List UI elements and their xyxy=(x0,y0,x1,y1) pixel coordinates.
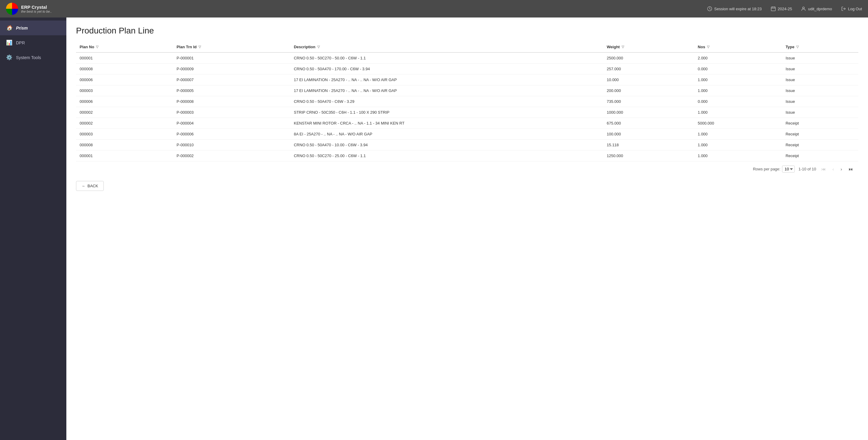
table-row: 000003 P-000006 8A EI - 25A270 - .. NA -… xyxy=(76,129,858,139)
rows-per-page-select[interactable]: 10 25 50 xyxy=(782,165,795,172)
filter-nos-icon[interactable]: ▽ xyxy=(707,45,709,49)
table-row: 000006 P-000008 CRNO 0.50 - 50A470 - C6W… xyxy=(76,96,858,107)
cell-type: Issue xyxy=(782,85,858,96)
cell-plan-no: 000003 xyxy=(76,129,173,139)
clock-icon xyxy=(707,6,712,11)
cell-plan-trn-id[interactable]: P-000007 xyxy=(173,74,290,85)
filter-weight-icon[interactable]: ▽ xyxy=(622,45,624,49)
gear-icon: ⚙️ xyxy=(6,54,12,61)
calendar-icon xyxy=(771,6,776,11)
year-info: 2024-25 xyxy=(771,6,792,11)
cell-nos: 5000.000 xyxy=(694,118,782,129)
cell-plan-no: 000001 xyxy=(76,53,173,64)
cell-plan-trn-id[interactable]: P-000004 xyxy=(173,118,290,129)
col-plan-no: Plan No ▽ xyxy=(76,42,173,53)
cell-plan-no: 000006 xyxy=(76,96,173,107)
rows-per-page-label: Rows per page: xyxy=(753,167,780,171)
topnav: ERP Crystal the best is yet to be.. Sess… xyxy=(0,0,868,18)
logo: ERP Crystal the best is yet to be.. xyxy=(6,3,52,15)
col-nos: Nos ▽ xyxy=(694,42,782,53)
user-icon xyxy=(801,6,806,11)
cell-plan-trn-id[interactable]: P-000005 xyxy=(173,85,290,96)
sidebar-label-system-tools: System Tools xyxy=(16,55,41,60)
col-description: Description ▽ xyxy=(290,42,603,53)
user-info: udit_dprdemo xyxy=(801,6,832,11)
logo-subtitle: the best is yet to be.. xyxy=(21,10,52,13)
prev-page-button[interactable]: ‹ xyxy=(831,166,835,172)
cell-weight: 100.000 xyxy=(603,129,694,139)
cell-nos: 1.000 xyxy=(694,151,782,161)
page-title: Production Plan Line xyxy=(76,26,858,36)
cell-plan-trn-id[interactable]: P-000002 xyxy=(173,151,290,161)
cell-weight: 257.000 xyxy=(603,64,694,74)
cell-weight: 675.000 xyxy=(603,118,694,129)
col-weight: Weight ▽ xyxy=(603,42,694,53)
table-row: 000006 P-000007 17 EI LAMINATION - 25A27… xyxy=(76,74,858,85)
cell-plan-trn-id[interactable]: P-000010 xyxy=(173,139,290,151)
cell-plan-no: 000008 xyxy=(76,64,173,74)
sidebar-item-dpr[interactable]: 📊 DPR xyxy=(0,35,66,50)
logo-title: ERP Crystal xyxy=(21,4,52,10)
cell-plan-no: 000003 xyxy=(76,85,173,96)
cell-weight: 1250.000 xyxy=(603,151,694,161)
cell-plan-trn-id[interactable]: P-000008 xyxy=(173,96,290,107)
cell-nos: 1.000 xyxy=(694,139,782,151)
logo-text: ERP Crystal the best is yet to be.. xyxy=(21,4,52,13)
page-info: 1-10 of 10 xyxy=(798,167,816,171)
filter-type-icon[interactable]: ▽ xyxy=(796,45,799,49)
filter-description-icon[interactable]: ▽ xyxy=(317,45,320,49)
svg-rect-1 xyxy=(771,7,775,11)
back-button[interactable]: ← BACK xyxy=(76,181,104,191)
logo-icon xyxy=(6,3,18,15)
cell-description: CRNO 0.50 - 50A470 - C6W - 3.29 xyxy=(290,96,603,107)
topnav-items: Session will expire at 18:23 2024-25 udi… xyxy=(707,6,862,11)
cell-type: Receipt xyxy=(782,129,858,139)
sidebar-item-system-tools[interactable]: ⚙️ System Tools xyxy=(0,50,66,65)
cell-plan-no: 000002 xyxy=(76,118,173,129)
first-page-button[interactable]: ⏮ xyxy=(820,166,827,172)
next-page-button[interactable]: › xyxy=(839,166,843,172)
cell-description: CRNO 0.50 - 50A470 - 10.00 - C6W - 3.94 xyxy=(290,139,603,151)
cell-plan-trn-id[interactable]: P-000006 xyxy=(173,129,290,139)
cell-weight: 200.000 xyxy=(603,85,694,96)
cell-type: Issue xyxy=(782,74,858,85)
cell-nos: 1.000 xyxy=(694,107,782,118)
cell-type: Receipt xyxy=(782,118,858,129)
table-row: 000002 P-000003 STRIP CRNO - 50C350 - C6… xyxy=(76,107,858,118)
table-row: 000008 P-000009 CRNO 0.50 - 50A470 - 170… xyxy=(76,64,858,74)
sidebar: 🏠 Prism 📊 DPR ⚙️ System Tools xyxy=(0,18,66,440)
header-row: Plan No ▽ Plan Trn Id ▽ Description xyxy=(76,42,858,53)
last-page-button[interactable]: ⏭ xyxy=(847,166,855,172)
logout-text: Log Out xyxy=(848,7,862,11)
filter-plan-no-icon[interactable]: ▽ xyxy=(96,45,98,49)
main-content: Production Plan Line Plan No ▽ Plan Trn … xyxy=(66,18,868,440)
rows-per-page: Rows per page: 10 25 50 xyxy=(753,165,795,172)
logout-button[interactable]: Log Out xyxy=(841,6,862,11)
cell-type: Issue xyxy=(782,64,858,74)
logout-icon xyxy=(841,6,846,11)
chart-icon: 📊 xyxy=(6,39,12,46)
cell-description: STRIP CRNO - 50C350 - C6H - 1.1 - 100 X … xyxy=(290,107,603,118)
cell-plan-no: 000001 xyxy=(76,151,173,161)
cell-description: 17 EI LAMINATION - 25A270 - .. NA - .. N… xyxy=(290,85,603,96)
cell-weight: 15.118 xyxy=(603,139,694,151)
table-row: 000003 P-000005 17 EI LAMINATION - 25A27… xyxy=(76,85,858,96)
cell-type: Issue xyxy=(782,96,858,107)
cell-weight: 10.000 xyxy=(603,74,694,85)
cell-plan-trn-id[interactable]: P-000003 xyxy=(173,107,290,118)
sidebar-item-prism[interactable]: 🏠 Prism xyxy=(0,21,66,35)
cell-plan-trn-id[interactable]: P-000009 xyxy=(173,64,290,74)
table-row: 000001 P-000002 CRNO 0.50 - 50C270 - 25.… xyxy=(76,151,858,161)
cell-plan-no: 000006 xyxy=(76,74,173,85)
year-text: 2024-25 xyxy=(778,7,792,11)
cell-nos: 0.000 xyxy=(694,64,782,74)
cell-weight: 2500.000 xyxy=(603,53,694,64)
cell-description: CRNO 0.50 - 50C270 - 50.00 - C6W - 1.1 xyxy=(290,53,603,64)
table-row: 000008 P-000010 CRNO 0.50 - 50A470 - 10.… xyxy=(76,139,858,151)
home-icon: 🏠 xyxy=(6,25,12,31)
col-plan-trn-id: Plan Trn Id ▽ xyxy=(173,42,290,53)
filter-plan-trn-id-icon[interactable]: ▽ xyxy=(198,45,201,49)
cell-type: Issue xyxy=(782,53,858,64)
session-text: Session will expire at 18:23 xyxy=(714,7,762,11)
cell-plan-trn-id[interactable]: P-000001 xyxy=(173,53,290,64)
